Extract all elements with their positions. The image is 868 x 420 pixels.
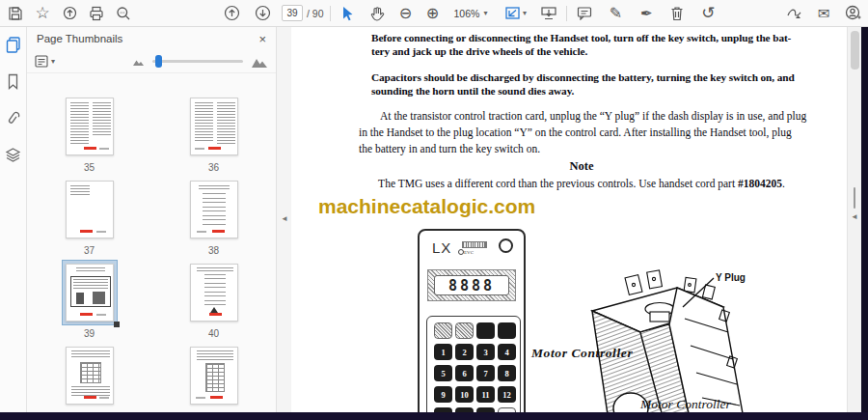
window-bottom-edge — [0, 412, 868, 420]
handset-logo-sub: EVC — [464, 250, 474, 255]
handset-key: 8 — [498, 365, 516, 381]
handset-key — [434, 322, 452, 339]
thumbnail-page-36[interactable]: 36 — [151, 85, 276, 167]
toolbar-separator — [566, 6, 567, 21]
handset-key: 12 — [498, 386, 516, 403]
thumbnail-page-40[interactable]: 40 — [151, 251, 276, 333]
handset-key: 4 — [498, 344, 516, 360]
thumbnail-page-39[interactable]: 39 — [27, 251, 151, 333]
handset-key: 7 — [476, 365, 495, 381]
handset-key: 6 — [455, 365, 474, 381]
fit-width-icon[interactable] — [537, 3, 560, 24]
vertical-scrollbar[interactable]: ◄ — [847, 27, 861, 420]
bookmarks-panel-icon[interactable] — [4, 71, 23, 91]
handset-key: 9 — [434, 386, 452, 403]
window-right-edge — [861, 27, 868, 420]
caret-down-icon: ▾ — [483, 9, 487, 17]
panel-title: Page Thumbnails — [37, 33, 122, 44]
zoom-level-dropdown[interactable]: 106% ▾ — [450, 6, 492, 21]
scrollbar-thumb[interactable] — [851, 31, 859, 70]
motor-controller-label-left: Motor Controller — [531, 346, 633, 361]
comment-icon[interactable] — [573, 3, 596, 24]
note-text: The TMG uses a different cord than the p… — [359, 174, 804, 191]
star-icon[interactable]: ☆ — [31, 3, 54, 24]
handset-key: 10 — [455, 386, 474, 403]
page-number-input[interactable] — [282, 5, 303, 21]
select-tool-icon[interactable] — [337, 3, 360, 24]
handset-key: 1 — [434, 344, 452, 360]
pencil-annotate-icon[interactable]: ✎ — [604, 3, 627, 24]
hand-tool-icon[interactable] — [366, 3, 389, 24]
mail-icon[interactable]: ✉ — [812, 3, 835, 24]
handset-display-bezel: 8888 — [427, 269, 516, 301]
watermark-text: machinecatalogic.com — [318, 195, 535, 218]
trash-icon[interactable] — [665, 3, 689, 24]
handset-key: 11 — [476, 386, 495, 403]
thumbnail-size-slider[interactable] — [152, 60, 243, 63]
paragraph-warning-2: Capacitors should be discharged by disco… — [371, 70, 795, 98]
next-page-icon[interactable] — [251, 3, 274, 24]
page-total-label: / 90 — [307, 8, 324, 19]
previous-page-icon[interactable] — [220, 3, 243, 24]
scrollbar-marker — [854, 187, 855, 209]
fit-page-icon[interactable]: ▾ — [501, 3, 529, 24]
handset-illustration: LX EVC 8888 1 2 3 4 5 6 — [418, 229, 526, 420]
save-icon[interactable] — [4, 3, 27, 24]
thumbnail-page-38[interactable]: 38 — [151, 168, 276, 250]
signature-pen-icon[interactable]: ✒ — [635, 3, 658, 24]
quick-sign-icon[interactable] — [783, 3, 806, 24]
y-plug-label: Y Plug — [716, 272, 746, 283]
handset-key: 3 — [476, 344, 495, 360]
paragraph-body: At the transistor control traction card,… — [359, 108, 806, 157]
slider-thumb[interactable] — [155, 55, 162, 68]
close-panel-icon[interactable]: × — [258, 32, 266, 46]
caret-down-icon: ▾ — [51, 57, 55, 66]
thumbnail-page-41[interactable]: 41 — [27, 334, 151, 416]
zoom-out-icon[interactable]: ⊖ — [394, 3, 418, 24]
zoom-level-value: 106% — [454, 8, 480, 19]
account-icon[interactable] — [841, 3, 864, 24]
handset-logo-mark — [462, 241, 487, 248]
search-icon[interactable] — [112, 3, 135, 24]
motor-controller-label-bottom: Motor Controller — [640, 397, 731, 412]
handset-key — [498, 322, 516, 339]
thumbnail-page-37[interactable]: 37 — [27, 168, 151, 250]
handset-key: 5 — [434, 365, 452, 381]
thumbnail-list: 35 36 37 — [27, 85, 276, 420]
handset-key — [476, 322, 495, 339]
navigation-rail — [0, 27, 27, 420]
caret-down-icon: ▾ — [523, 9, 527, 17]
note-title: Note — [359, 156, 804, 174]
pdf-viewer-window: ☆ / 90 — [0, 0, 868, 420]
collapse-panel-icon[interactable]: ◄ — [281, 214, 288, 223]
handset-keypad: 1 2 3 4 5 6 7 8 9 10 11 12 13 14 15 — [426, 316, 521, 420]
zoom-thumbs-small-icon[interactable] — [132, 56, 145, 67]
handset-key — [455, 322, 474, 339]
print-icon[interactable] — [85, 3, 108, 24]
share-icon[interactable] — [58, 3, 81, 24]
document-page: Before connecting or disconnecting the H… — [291, 27, 847, 420]
page-thumbnails-panel: Page Thumbnails × ▾ — [27, 27, 276, 420]
layers-panel-icon[interactable] — [4, 145, 23, 164]
rotate-icon[interactable]: ↺ — [696, 3, 719, 24]
handset-speaker-circle — [499, 238, 513, 253]
page-thumbnails-panel-icon[interactable] — [4, 35, 23, 54]
thumbnail-page-42[interactable]: 42 — [151, 334, 276, 416]
handset-display-digits: 8888 — [434, 275, 509, 295]
toolbar-separator — [330, 6, 331, 21]
paragraph-warning-1: Before connecting or disconnecting the H… — [371, 31, 791, 58]
handset-brand-label: LX — [432, 239, 451, 256]
panel-divider[interactable]: ◄ — [276, 27, 291, 420]
zoom-thumbs-large-icon[interactable] — [251, 55, 268, 69]
top-toolbar: ☆ / 90 — [0, 0, 868, 27]
thumbnail-options-icon[interactable]: ▾ — [35, 55, 55, 68]
selection-resize-handle — [114, 322, 120, 327]
thumbnail-page-35[interactable]: 35 — [27, 85, 151, 167]
handset-key: 2 — [455, 344, 474, 360]
collapse-right-panel-icon[interactable]: ◄ — [851, 212, 858, 221]
attachments-panel-icon[interactable] — [4, 108, 23, 127]
part-number: #1804205 — [738, 178, 782, 189]
zoom-in-icon[interactable]: ⊕ — [421, 3, 445, 24]
